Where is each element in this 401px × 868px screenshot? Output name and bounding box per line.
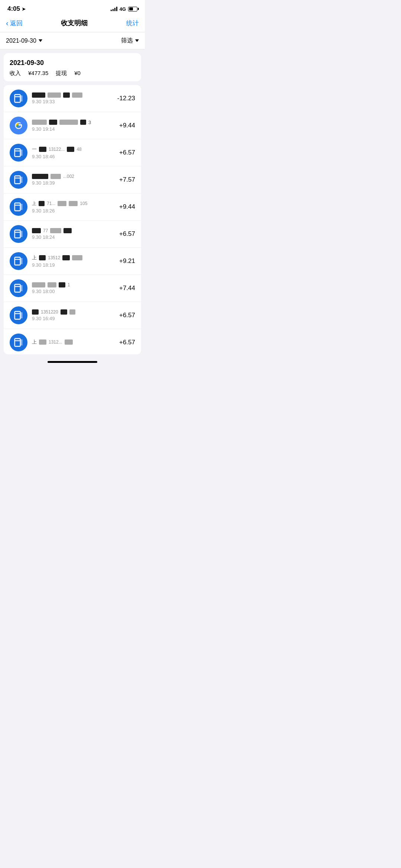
summary-card: 2021-09-30 收入 ¥477.35 提现 ¥0 <box>4 53 141 81</box>
svg-rect-2 <box>21 95 23 101</box>
list-item[interactable]: ...002 9.30 18:39 +7.57 <box>4 166 141 194</box>
avatar <box>10 90 27 107</box>
list-item[interactable]: 77 9.30 18:24 +6.57 <box>4 221 141 248</box>
redact-block <box>32 174 48 179</box>
tx-content: 77 9.30 18:24 <box>32 228 115 240</box>
avatar <box>10 279 27 297</box>
redact-block <box>65 339 73 345</box>
home-bar <box>48 361 97 363</box>
tx-amount: +9.21 <box>119 257 135 265</box>
redact-block <box>63 228 72 233</box>
avatar <box>10 306 27 324</box>
svg-rect-13 <box>21 204 23 210</box>
avatar <box>10 334 27 351</box>
avatar <box>10 117 27 134</box>
tx-amount: +6.57 <box>119 339 135 346</box>
svg-rect-14 <box>15 230 20 238</box>
redact-block <box>48 282 56 287</box>
summary-date: 2021-09-30 <box>10 59 135 67</box>
list-item[interactable]: 一 13122... 48 9.30 18:46 +6.57 <box>4 139 141 166</box>
tx-time: 9.30 18:39 <box>32 180 115 186</box>
back-button[interactable]: ‹ 返回 <box>6 19 23 27</box>
filter-label: 筛选 <box>121 37 133 45</box>
list-item[interactable]: 9.30 19:33 -12.23 <box>4 85 141 112</box>
tx-name: 上 71... 105 <box>32 201 115 207</box>
tx-time: 9.30 19:14 <box>32 126 115 132</box>
list-item[interactable]: 1351220 9.30 16:49 +6.57 <box>4 302 141 329</box>
svg-rect-26 <box>15 339 20 347</box>
list-item[interactable]: 上 1312... +6.57 <box>4 329 141 354</box>
tx-amount: +7.44 <box>119 285 135 292</box>
tx-name: 3 <box>32 120 115 125</box>
income-amount: ¥477.35 <box>28 70 48 77</box>
redact-block <box>32 92 45 98</box>
statistics-button[interactable]: 统计 <box>126 19 139 27</box>
date-dropdown-icon <box>39 39 42 42</box>
svg-rect-5 <box>15 149 20 157</box>
date-filter[interactable]: 2021-09-30 <box>6 38 42 44</box>
home-indicator <box>0 358 145 365</box>
redact-block <box>72 92 82 98</box>
list-item[interactable]: 上 71... 105 9.30 18:26 +9.44 <box>4 194 141 221</box>
redact-block <box>50 174 61 179</box>
redact-block <box>39 201 45 206</box>
book-icon <box>13 310 24 321</box>
svg-rect-16 <box>21 231 23 237</box>
tx-time: 9.30 16:49 <box>32 316 115 321</box>
redact-block <box>59 282 65 287</box>
network-label: 4G <box>120 6 126 12</box>
redact-block <box>32 309 39 315</box>
page-title: 收支明细 <box>61 19 88 27</box>
redact-block <box>39 339 46 345</box>
tx-name: ...002 <box>32 174 115 179</box>
list-item[interactable]: 3 9.30 19:14 +9.44 <box>4 112 141 139</box>
redact-block <box>69 201 78 206</box>
tx-amount: +6.57 <box>119 230 135 238</box>
tx-content: 1351220 9.30 16:49 <box>32 309 115 321</box>
redact-block <box>50 228 61 233</box>
nav-bar: ‹ 返回 收支明细 统计 <box>0 15 145 32</box>
book-icon <box>13 283 24 293</box>
book-icon <box>13 256 24 266</box>
tx-name: 1351220 <box>32 309 115 315</box>
status-bar: 4:05 ➤ 4G <box>0 0 145 15</box>
svg-rect-7 <box>21 150 23 156</box>
signal-icon <box>111 7 117 11</box>
tx-time: 9.30 18:24 <box>32 234 115 240</box>
tx-name <box>32 92 113 98</box>
date-label: 2021-09-30 <box>6 38 36 44</box>
summary-stats: 收入 ¥477.35 提现 ¥0 <box>10 70 135 77</box>
redact-block <box>48 92 61 98</box>
list-item[interactable]: 上 13512 9.30 18:19 +9.21 <box>4 248 141 275</box>
redact-block <box>67 147 74 152</box>
redact-block <box>39 147 46 152</box>
withdraw-label: 提现 <box>56 70 67 77</box>
svg-rect-25 <box>21 312 23 318</box>
redact-block <box>62 255 70 260</box>
book-icon <box>13 175 24 185</box>
tx-name: 77 <box>32 228 115 233</box>
tx-time: 9.30 18:19 <box>32 262 115 268</box>
redact-block <box>63 92 70 98</box>
filter-button[interactable]: 筛选 <box>121 37 139 45</box>
tx-amount: +6.57 <box>119 312 135 319</box>
redact-block <box>58 201 66 206</box>
svg-rect-17 <box>15 257 20 265</box>
list-item[interactable]: 1 9.30 18:00 +7.44 <box>4 275 141 302</box>
avatar <box>10 171 27 189</box>
redact-block <box>80 120 86 125</box>
redact-block <box>32 228 41 233</box>
battery-icon <box>128 7 137 12</box>
redact-block <box>49 120 57 125</box>
tx-content: 1 9.30 18:00 <box>32 282 115 294</box>
back-label: 返回 <box>10 19 23 27</box>
tx-content: ...002 9.30 18:39 <box>32 174 115 186</box>
svg-rect-8 <box>15 176 20 184</box>
redact-block <box>61 309 67 315</box>
book-icon <box>13 202 24 212</box>
redact-block <box>39 255 46 260</box>
avatar <box>10 252 27 270</box>
svg-rect-20 <box>15 285 20 292</box>
svg-rect-28 <box>21 339 23 345</box>
tx-time: 9.30 19:33 <box>32 99 113 104</box>
